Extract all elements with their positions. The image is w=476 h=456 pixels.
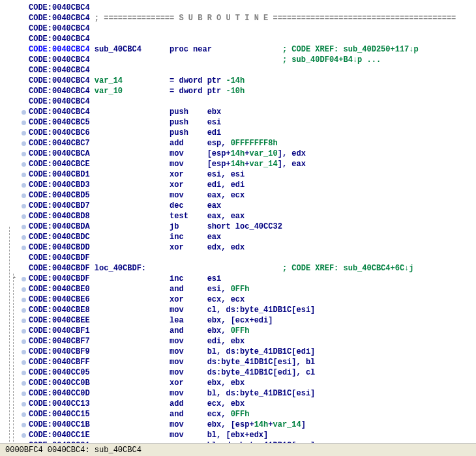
gutter [0, 392, 29, 396]
token-mnemonic: test eax, eax [90, 211, 245, 221]
breakpoint-dot-icon[interactable] [22, 350, 26, 354]
token-mnemonic: mov [esp+ [90, 159, 231, 169]
asm-line[interactable]: CODE:0040CBC4 var_10 = dword ptr -10h [0, 86, 476, 96]
asm-line[interactable]: CODE:0040CBC4 [0, 96, 476, 107]
gutter [0, 214, 29, 219]
breakpoint-dot-icon[interactable] [22, 360, 26, 365]
gutter [0, 360, 29, 365]
asm-line[interactable]: CODE:0040CBC4 ; =============== S U B R … [0, 13, 476, 23]
breakpoint-dot-icon[interactable] [22, 277, 26, 281]
asm-line[interactable]: CODE:0040CBF7 mov edi, ebx [0, 336, 476, 347]
asm-line[interactable]: CODE:0040CBD5 mov eax, ecx [0, 190, 476, 201]
token-xref: ; CODE XREF: sub_40D250+117↓p [282, 44, 419, 55]
asm-line[interactable]: CODE:0040CC1E mov bl, [ebx+edx] [0, 430, 476, 440]
flow-arrow-icon: ▸ [13, 274, 16, 281]
asm-line[interactable]: CODE:0040CBCA mov [esp+14h+var_10], edx [0, 149, 476, 159]
segment-addr: CODE:0040CC0B [29, 378, 90, 388]
segment-addr: CODE:0040CBDC [29, 232, 90, 242]
asm-line[interactable]: CODE:0040CBDF loc_40CBDF: ; CODE XREF: s… [0, 263, 476, 274]
asm-line[interactable]: CODE:0040CBC4 [0, 3, 476, 13]
breakpoint-dot-icon[interactable] [22, 412, 26, 417]
breakpoint-dot-icon[interactable] [22, 162, 26, 167]
asm-line[interactable]: CODE:0040CBCE mov [esp+14h+var_14], eax [0, 159, 476, 169]
breakpoint-dot-icon[interactable] [22, 214, 26, 219]
breakpoint-dot-icon[interactable] [22, 131, 26, 135]
breakpoint-dot-icon[interactable] [22, 152, 26, 156]
asm-line[interactable]: CODE:0040CBD7 dec eax [0, 201, 476, 211]
asm-line[interactable]: CODE:0040CBFF mov ds:byte_41DB1C[esi], b… [0, 357, 476, 367]
gutter [0, 287, 29, 292]
asm-line[interactable]: CODE:0040CBC4 [0, 34, 476, 44]
token-proc: dword ptr [179, 86, 226, 96]
segment-addr: CODE:0040CBC4 [29, 13, 90, 23]
breakpoint-dot-icon[interactable] [22, 433, 26, 438]
token-mnemonic: + [245, 149, 249, 159]
asm-line[interactable]: CODE:0040CBC7 add esp, 0FFFFFFF8h [0, 138, 476, 149]
asm-line[interactable]: CODE:0040CBEE lea ebx, [ecx+edi] [0, 315, 476, 326]
asm-line[interactable]: CODE:0040CBC4 var_14 = dword ptr -14h [0, 76, 476, 86]
asm-line[interactable]: CODE:0040CBD3 xor edi, edi [0, 180, 476, 190]
breakpoint-dot-icon[interactable] [22, 121, 26, 125]
asm-line[interactable]: CODE:0040CBD1 xor esi, esi [0, 169, 476, 180]
asm-line[interactable]: CODE:0040CBC4 ; sub_40DF04+B4↓p ... [0, 55, 476, 65]
breakpoint-dot-icon[interactable] [22, 381, 26, 386]
asm-line[interactable]: CODE:0040CC05 mov ds:byte_41DB1C[edi], c… [0, 367, 476, 378]
breakpoint-dot-icon[interactable] [22, 319, 26, 323]
asm-line[interactable]: CODE:0040CC1B mov ebx, [esp+14h+var_14] [0, 420, 476, 430]
breakpoint-dot-icon[interactable] [22, 402, 26, 406]
token-mnemonic: inc eax [90, 232, 222, 242]
token-mnemonic: add ecx, ebx [90, 399, 245, 409]
asm-line[interactable]: CODE:0040CBC4 [0, 23, 476, 34]
segment-addr: CODE:0040CC1B [29, 420, 90, 430]
segment-addr: CODE:0040CC0D [29, 388, 90, 399]
token-var: var_14 [249, 159, 277, 169]
gutter [0, 131, 29, 135]
breakpoint-dot-icon[interactable] [22, 339, 26, 344]
asm-line[interactable]: CODE:0040CBE0 and esi, 0FFh [0, 284, 476, 294]
segment-addr: CODE:0040CBFF [29, 357, 90, 367]
gutter [0, 235, 29, 240]
asm-line[interactable]: CODE:0040CBE6 xor ecx, ecx [0, 294, 476, 305]
asm-line[interactable]: CODE:0040CBC6 push edi [0, 128, 476, 138]
asm-line[interactable]: CODE:0040CC13 add ecx, ebx [0, 399, 476, 409]
asm-line[interactable]: CODE:0040CBC4 sub_40CBC4 proc near ; COD… [0, 44, 476, 55]
asm-line[interactable]: CODE:0040CBDF [0, 253, 476, 263]
breakpoint-dot-icon[interactable] [22, 193, 26, 198]
breakpoint-dot-icon[interactable] [22, 308, 26, 313]
breakpoint-dot-icon[interactable] [22, 287, 26, 292]
breakpoint-dot-icon[interactable] [22, 329, 26, 334]
asm-line[interactable]: CODE:0040CBC5 push esi [0, 117, 476, 128]
breakpoint-dot-icon[interactable] [22, 423, 26, 427]
breakpoint-dot-icon[interactable] [22, 110, 26, 115]
asm-line[interactable]: CODE:0040CBC4 push ebx [0, 107, 476, 117]
breakpoint-dot-icon[interactable] [22, 225, 26, 229]
breakpoint-dot-icon[interactable] [22, 183, 26, 188]
breakpoint-dot-icon[interactable] [22, 298, 26, 302]
asm-line[interactable]: CODE:0040CBDA jb short loc_40CC32 [0, 221, 476, 232]
breakpoint-dot-icon[interactable] [22, 204, 26, 208]
token-num: 14h [254, 420, 269, 430]
asm-line[interactable]: CODE:0040CC15 and ecx, 0FFh [0, 409, 476, 420]
asm-line[interactable]: CODE:0040CC0D mov bl, ds:byte_41DB1C[esi… [0, 388, 476, 399]
asm-line[interactable]: CODE:0040CBF9 mov bl, ds:byte_41DB1C[edi… [0, 347, 476, 357]
token-mnemonic: mov ds: [90, 357, 222, 367]
gutter [0, 141, 29, 146]
disassembly-listing[interactable]: CODE:0040CBC4CODE:0040CBC4 ; ===========… [0, 0, 476, 456]
breakpoint-dot-icon[interactable] [22, 392, 26, 396]
breakpoint-dot-icon[interactable] [22, 235, 26, 240]
breakpoint-dot-icon[interactable] [22, 246, 26, 250]
asm-line[interactable]: CODE:0040CBF1 and ebx, 0FFh [0, 326, 476, 336]
breakpoint-dot-icon[interactable] [22, 173, 26, 177]
asm-line[interactable]: CODE:0040CBC4 [0, 65, 476, 76]
token-mnemonic: push ebx [90, 107, 222, 117]
asm-line[interactable]: CODE:0040CBE8 mov cl, ds:byte_41DB1C[esi… [0, 305, 476, 315]
asm-line[interactable]: CODE:0040CBD8 test eax, eax [0, 211, 476, 221]
asm-line[interactable]: CODE:0040CC0B xor ebx, ebx [0, 378, 476, 388]
asm-line[interactable]: CODE:0040CBDC inc eax [0, 232, 476, 242]
segment-addr: CODE:0040CBE0 [29, 284, 90, 294]
breakpoint-dot-icon[interactable] [22, 141, 26, 146]
asm-line[interactable]: CODE:0040CBDD xor edx, edx [0, 242, 476, 253]
segment-addr: CODE:0040CBC4 [29, 65, 90, 76]
asm-line[interactable]: CODE:0040CBDF inc esi [0, 274, 476, 284]
breakpoint-dot-icon[interactable] [22, 371, 26, 375]
